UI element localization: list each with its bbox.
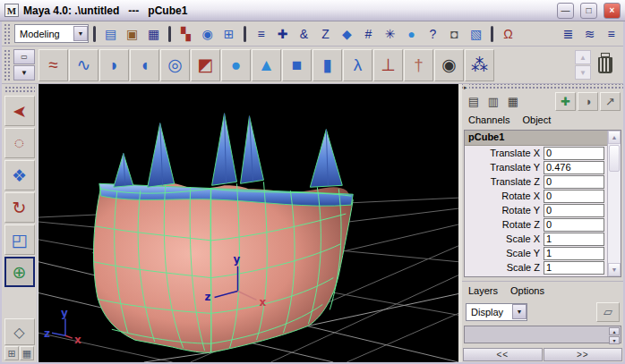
layer-list[interactable]: ▴ ▾ bbox=[464, 326, 621, 343]
poly-cylinder-icon[interactable]: ▮ bbox=[312, 49, 342, 81]
save-scene-icon[interactable]: ▦ bbox=[143, 23, 164, 45]
spinner-up-icon[interactable]: ▴ bbox=[609, 327, 620, 335]
paste-selection-icon[interactable]: ▧ bbox=[466, 23, 486, 45]
camera-icon[interactable]: ◉ bbox=[434, 49, 464, 81]
shelf-drag-handle[interactable] bbox=[4, 49, 12, 81]
next-arrangement-button[interactable]: >> bbox=[544, 348, 623, 361]
planar-icon[interactable]: ◩ bbox=[191, 49, 220, 81]
snap-to-lattice-icon[interactable]: # bbox=[358, 23, 379, 45]
lasso-select-tool-button[interactable]: ◌ bbox=[4, 128, 35, 158]
shelf-tab-icon[interactable]: ▭ bbox=[13, 49, 35, 64]
menu-set-selector[interactable]: Modeling ▼ bbox=[14, 24, 89, 43]
menu-channels[interactable]: Channels bbox=[468, 114, 509, 129]
particles-icon[interactable]: ⁂ bbox=[465, 49, 494, 81]
saved-layout-button[interactable]: ▦ bbox=[20, 346, 34, 360]
select-tool-button[interactable]: ➤ bbox=[4, 96, 35, 126]
channel-value-input[interactable] bbox=[544, 161, 604, 174]
scroll-up-icon[interactable]: ▲ bbox=[608, 131, 621, 144]
channel-box-scrollbar[interactable]: ▲ ▼ bbox=[607, 131, 621, 276]
snap-magnet-icon[interactable]: Ω bbox=[498, 23, 518, 45]
pcube-mesh[interactable]: y z x bbox=[94, 114, 354, 353]
menu-object[interactable]: Object bbox=[522, 114, 551, 129]
channel-layout-outline-icon[interactable]: ▥ bbox=[484, 93, 502, 110]
rotate-tool-button[interactable]: ↻ bbox=[4, 192, 35, 223]
minimize-button[interactable]: — bbox=[557, 3, 574, 19]
make-live-icon[interactable]: Z bbox=[315, 23, 336, 45]
title-bar[interactable]: M Maya 4.0: .\untitled --- pCube1 — □ × bbox=[0, 0, 625, 21]
scrollbar-thumb[interactable] bbox=[609, 145, 620, 172]
channel-label[interactable]: Translate Y bbox=[465, 162, 544, 173]
scroll-down-icon[interactable]: ▼ bbox=[608, 263, 621, 276]
toolbar-separator[interactable] bbox=[491, 26, 493, 42]
menu-options[interactable]: Options bbox=[510, 285, 544, 300]
manipulator-toggle-icon[interactable]: ✚ bbox=[555, 92, 576, 111]
render-globe-icon[interactable]: ● bbox=[401, 23, 422, 45]
spinner-down-icon[interactable]: ▾ bbox=[609, 336, 620, 344]
channel-value-input[interactable] bbox=[544, 218, 604, 232]
select-by-object-icon[interactable]: ◉ bbox=[197, 23, 218, 45]
new-scene-icon[interactable]: ▤ bbox=[100, 23, 121, 45]
channel-value-input[interactable] bbox=[544, 190, 604, 203]
bone-tool-icon[interactable]: † bbox=[404, 49, 433, 81]
show-channel-box-icon[interactable]: ≡ bbox=[601, 23, 621, 45]
menu-layers[interactable]: Layers bbox=[468, 285, 498, 300]
panel-drag-handle[interactable]: ▸ bbox=[462, 84, 623, 90]
help-icon[interactable]: ? bbox=[423, 23, 443, 45]
channel-label[interactable]: Rotate Y bbox=[465, 205, 544, 216]
channel-value-input[interactable] bbox=[544, 175, 604, 189]
previous-arrangement-button[interactable]: << bbox=[463, 348, 543, 361]
construction-history-icon[interactable]: ✳ bbox=[380, 23, 400, 45]
channel-value-input[interactable] bbox=[544, 233, 604, 246]
joint-tool-icon[interactable]: λ bbox=[343, 49, 372, 81]
maximize-button[interactable]: □ bbox=[580, 3, 597, 19]
nurbs-sphere-icon[interactable]: ● bbox=[221, 49, 251, 81]
scale-tool-button[interactable]: ◰ bbox=[4, 224, 35, 255]
ik-handle-tool-icon[interactable]: ⊥ bbox=[373, 49, 403, 81]
toolbar-separator[interactable] bbox=[244, 26, 246, 42]
channel-label[interactable]: Scale Y bbox=[465, 248, 544, 258]
select-by-component-icon[interactable]: ⊞ bbox=[218, 23, 239, 45]
shelf-scroll-down-button[interactable]: ▼ bbox=[575, 65, 591, 80]
channel-value-input[interactable] bbox=[544, 204, 604, 217]
channel-layout-list-icon[interactable]: ▤ bbox=[465, 93, 483, 110]
perspective-viewport[interactable]: y z x y z x bbox=[38, 84, 458, 362]
channel-label[interactable]: Translate X bbox=[465, 148, 544, 158]
extrude-icon[interactable]: ◎ bbox=[160, 49, 190, 81]
toolbox-drag-handle[interactable] bbox=[4, 86, 35, 93]
channel-label[interactable]: Scale X bbox=[465, 233, 544, 244]
lock-icon[interactable]: ◘ bbox=[444, 23, 465, 45]
single-pane-layout-button[interactable]: ◇ bbox=[4, 318, 35, 345]
snap-to-view-planes-icon[interactable]: ◆ bbox=[337, 23, 357, 45]
snap-to-curves-icon[interactable]: & bbox=[294, 23, 314, 45]
chevron-down-icon[interactable]: ▼ bbox=[512, 304, 527, 319]
channel-label[interactable]: Scale Z bbox=[465, 262, 544, 273]
channel-value-input[interactable] bbox=[544, 147, 604, 160]
chevron-down-icon[interactable]: ▼ bbox=[73, 26, 88, 41]
channel-label[interactable]: Rotate Z bbox=[465, 219, 544, 230]
show-tool-settings-icon[interactable]: ≋ bbox=[579, 23, 600, 45]
channel-value-input[interactable] bbox=[544, 247, 604, 260]
create-layer-icon[interactable]: ▱ bbox=[596, 302, 620, 322]
poly-cube-icon[interactable]: ■ bbox=[282, 49, 312, 81]
nurbs-cone-icon[interactable]: ▲ bbox=[252, 49, 281, 81]
show-attribute-editor-icon[interactable]: ≣ bbox=[558, 23, 578, 45]
shelf-menu-button[interactable]: ▼ bbox=[13, 65, 35, 80]
revolve-icon[interactable]: ◗ bbox=[99, 49, 129, 81]
toolbar-separator[interactable] bbox=[168, 26, 171, 42]
channel-layout-full-icon[interactable]: ▦ bbox=[504, 93, 522, 110]
channel-label[interactable]: Rotate X bbox=[465, 190, 544, 201]
move-tool-button[interactable]: ❖ bbox=[4, 160, 35, 190]
show-manipulator-tool-button[interactable]: ⊕ bbox=[4, 257, 35, 287]
status-line-drag-handle[interactable] bbox=[4, 23, 12, 45]
select-by-hierarchy-icon[interactable]: ▚ bbox=[176, 23, 196, 45]
trash-icon[interactable] bbox=[598, 57, 612, 73]
toolbar-separator[interactable] bbox=[93, 26, 96, 42]
perspective-view-canvas[interactable]: y z x y z x bbox=[39, 84, 458, 362]
snap-to-grids-icon[interactable]: ≡ bbox=[251, 23, 271, 45]
speed-toggle-icon[interactable]: ◑ bbox=[578, 92, 598, 111]
close-button[interactable]: × bbox=[604, 3, 621, 19]
layer-mode-selector[interactable]: Display ▼ bbox=[466, 303, 527, 321]
loft-icon[interactable]: ◖ bbox=[130, 49, 159, 81]
open-scene-icon[interactable]: ▣ bbox=[122, 23, 142, 45]
hyperbolic-arrow-icon[interactable]: ↗ bbox=[600, 92, 621, 111]
